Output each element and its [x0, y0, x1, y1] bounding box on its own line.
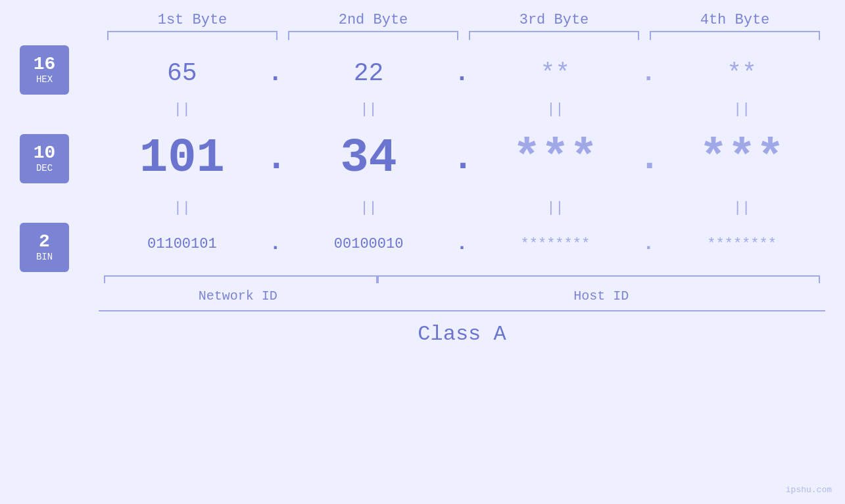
dot1-dec: .	[266, 138, 285, 179]
hex-badge-wrapper: 16 HEX	[20, 47, 69, 99]
hex-row: 65 . 22 . ** . **	[99, 47, 825, 99]
network-bracket	[99, 275, 377, 285]
class-label-container: Class A	[99, 322, 825, 346]
dec-byte2: 34	[285, 131, 452, 185]
class-bracket-line	[99, 310, 825, 311]
byte-headers: 1st Byte 2nd Byte 3rd Byte 4th Byte	[0, 0, 845, 28]
bin-byte2: 00100010	[285, 236, 452, 252]
network-id-label: Network ID	[99, 288, 377, 304]
byte4-header: 4th Byte	[644, 12, 825, 28]
bin-byte4: ********	[658, 236, 825, 252]
left-badges: 16 HEX 10 DEC 2 BIN	[20, 47, 99, 277]
dot3-dec: .	[639, 138, 658, 179]
eq2-b1: ||	[99, 200, 266, 216]
dot2-dec: .	[452, 138, 472, 179]
bracket-byte3	[469, 31, 639, 40]
eq2-b3: ||	[472, 200, 639, 216]
watermark: ipshu.com	[786, 485, 832, 495]
dec-badge: 10 DEC	[20, 134, 69, 183]
hex-badge: 16 HEX	[20, 45, 69, 95]
hex-label: HEX	[36, 74, 53, 85]
bin-badge: 2 BIN	[20, 223, 69, 272]
class-label: Class A	[418, 322, 506, 346]
dot2-hex: .	[452, 59, 472, 87]
eq2-b2: ||	[285, 200, 452, 216]
eq1-b4: ||	[658, 101, 825, 118]
host-bracket	[377, 275, 825, 285]
bin-row: 01100101 . 00100010 . ******** . *******…	[99, 218, 825, 270]
hex-byte3: **	[472, 59, 639, 87]
host-id-label: Host ID	[377, 288, 825, 304]
dec-label: DEC	[36, 163, 53, 173]
hex-byte2: 22	[285, 59, 452, 87]
hex-number: 16	[34, 55, 56, 75]
right-grid: 65 . 22 . ** . ** || ||	[99, 47, 825, 310]
equals-row-1: || || || ||	[99, 99, 825, 119]
bin-badge-wrapper: 2 BIN	[20, 224, 69, 277]
bin-byte3: ********	[472, 236, 639, 252]
dec-byte1: 101	[99, 131, 266, 185]
bin-label: BIN	[36, 252, 53, 262]
dec-byte4: ***	[658, 131, 825, 185]
top-brackets	[0, 31, 845, 40]
dot3-bin: .	[639, 233, 658, 255]
bracket-byte2	[288, 31, 458, 40]
class-section: Class A	[0, 310, 845, 346]
bracket-byte4	[650, 31, 820, 40]
dec-number: 10	[34, 143, 56, 164]
eq2-b4: ||	[658, 200, 825, 216]
bottom-bracket-row	[99, 275, 825, 285]
bracket-byte1	[107, 31, 278, 40]
dot2-bin: .	[452, 233, 472, 255]
dec-badge-wrapper: 10 DEC	[20, 122, 69, 201]
eq1-b1: ||	[99, 101, 266, 118]
bin-number: 2	[39, 232, 50, 252]
main-grid: 16 HEX 10 DEC 2 BIN	[0, 47, 845, 310]
byte2-header: 2nd Byte	[283, 12, 464, 28]
hex-byte4: **	[658, 59, 825, 87]
eq1-b2: ||	[285, 101, 452, 118]
dot1-bin: .	[266, 233, 285, 255]
byte1-header: 1st Byte	[102, 12, 283, 28]
eq1-b3: ||	[472, 101, 639, 118]
network-host-labels: Network ID Host ID	[99, 288, 825, 304]
hex-byte1: 65	[99, 59, 266, 87]
dot1-hex: .	[266, 59, 285, 87]
dec-byte3: ***	[472, 131, 639, 185]
equals-row-2: || || || ||	[99, 198, 825, 218]
dec-row: 101 . 34 . *** . ***	[99, 119, 825, 198]
main-container: 1st Byte 2nd Byte 3rd Byte 4th Byte 16 H…	[0, 0, 845, 504]
byte3-header: 3rd Byte	[464, 12, 644, 28]
dot3-hex: .	[639, 59, 658, 87]
bin-byte1: 01100101	[99, 236, 266, 252]
